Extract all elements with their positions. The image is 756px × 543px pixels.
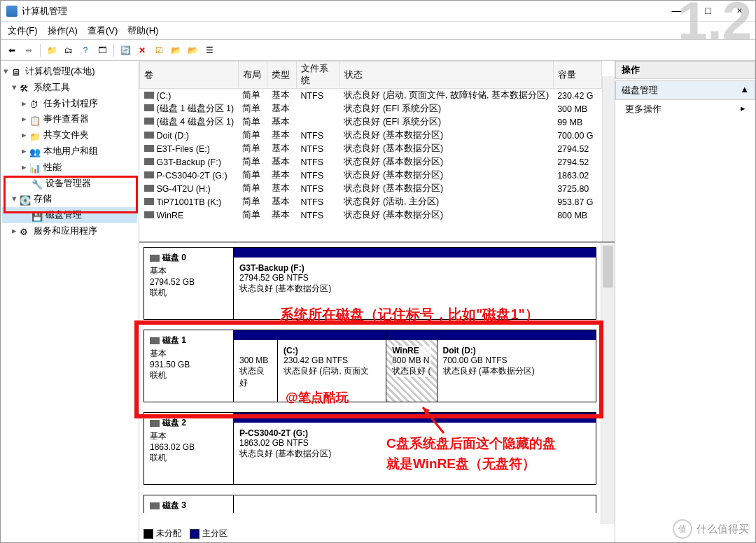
- table-row[interactable]: SG-4T2U (H:)简单基本NTFS状态良好 (基本数据分区)3725.80: [140, 182, 602, 195]
- table-row[interactable]: E3T-Files (E:)简单基本NTFS状态良好 (基本数据分区)2794.…: [140, 142, 602, 155]
- col-layout[interactable]: 布局: [238, 62, 267, 89]
- tree-system-tools[interactable]: ▾🛠系统工具: [2, 80, 137, 96]
- refresh-icon[interactable]: 🔄: [118, 43, 132, 57]
- delete-icon[interactable]: ✕: [135, 43, 149, 57]
- col-volume[interactable]: 卷: [140, 62, 239, 89]
- folder-icon[interactable]: 📂: [169, 43, 183, 57]
- tree-storage[interactable]: ▾💽存储: [2, 191, 137, 207]
- disk-block[interactable]: 磁盘 3: [144, 495, 596, 513]
- app-icon: [6, 6, 18, 17]
- col-filesystem[interactable]: 文件系统: [296, 62, 340, 89]
- tree-disk-management[interactable]: 💾磁盘管理: [2, 207, 137, 223]
- list-scrollbar[interactable]: [602, 76, 615, 241]
- actions-section[interactable]: 磁盘管理▲: [615, 80, 755, 100]
- menu-help[interactable]: 帮助(H): [127, 24, 158, 37]
- tree-root[interactable]: ▾🖥计算机管理(本地): [2, 64, 137, 80]
- folder2-icon[interactable]: 📂: [186, 43, 200, 57]
- annotation-system-disk: 系统所在磁盘（记住标号，比如"磁盘1"）: [280, 305, 539, 324]
- annotation-author: @笔点酷玩: [286, 389, 349, 406]
- col-status[interactable]: 状态: [340, 62, 553, 89]
- col-capacity[interactable]: 容量: [553, 62, 601, 89]
- tree-event-viewer[interactable]: ▸📋事件查看器: [2, 111, 137, 127]
- annotation-winre: C盘系统盘后面这个隐藏的盘就是WinRE盘（无盘符）: [386, 434, 556, 474]
- navigation-tree: ▾🖥计算机管理(本地) ▾🛠系统工具 ▸⏱任务计划程序 ▸📋事件查看器 ▸📁共享…: [1, 61, 139, 542]
- disk-block[interactable]: 磁盘 1基本931.50 GB联机300 MB状态良好(C:)230.42 GB…: [144, 330, 596, 402]
- diskmap-scrollbar[interactable]: [601, 243, 615, 524]
- folder-up-icon[interactable]: 📁: [45, 43, 59, 57]
- toolbar: ⬅ ➡ 📁 🗂 ? 🗔 🔄 ✕ ☑ 📂 📂 ☰: [1, 40, 755, 61]
- actions-panel: 操作 磁盘管理▲ 更多操作▸: [615, 61, 755, 542]
- table-row[interactable]: WinRE简单基本NTFS状态良好 (基本数据分区)800 MB: [140, 209, 602, 222]
- view-icon[interactable]: 🗂: [62, 43, 76, 57]
- site-watermark: 值什么值得买: [673, 519, 749, 539]
- tree-device-manager[interactable]: 🔧设备管理器: [2, 176, 137, 192]
- table-row[interactable]: (磁盘 4 磁盘分区 1)简单基本状态良好 (EFI 系统分区)99 MB: [140, 115, 602, 129]
- list-icon[interactable]: ☰: [202, 43, 216, 57]
- more-actions[interactable]: 更多操作▸: [615, 100, 755, 118]
- table-row[interactable]: TiP71001TB (K:)简单基本NTFS状态良好 (活动, 主分区)953…: [140, 195, 602, 209]
- help-icon[interactable]: ?: [78, 43, 92, 57]
- menu-view[interactable]: 查看(V): [88, 24, 118, 37]
- forward-icon[interactable]: ➡: [22, 43, 36, 57]
- table-row[interactable]: G3T-Backup (F:)简单基本NTFS状态良好 (基本数据分区)2794…: [140, 155, 602, 169]
- table-row[interactable]: P-CS3040-2T (G:)简单基本NTFS状态良好 (基本数据分区)186…: [140, 169, 602, 182]
- arrow-icon: [416, 402, 451, 437]
- back-icon[interactable]: ⬅: [5, 43, 19, 57]
- col-type[interactable]: 类型: [267, 62, 297, 89]
- actions-header: 操作: [615, 61, 755, 79]
- version-watermark: 1.2: [678, 0, 752, 51]
- legend: 未分配 主分区: [144, 528, 227, 540]
- volume-list: 卷 布局 类型 文件系统 状态 容量 (C:)简单基本NTFS状态良好 (启动,…: [139, 61, 615, 243]
- disk-map: 磁盘 0基本2794.52 GB联机G3T-Backup (F:)2794.52…: [139, 243, 615, 542]
- tree-performance[interactable]: ▸📊性能: [2, 160, 137, 176]
- check-icon[interactable]: ☑: [152, 43, 166, 57]
- menu-action[interactable]: 操作(A): [48, 24, 78, 37]
- tree-shared-folders[interactable]: ▸📁共享文件夹: [2, 127, 137, 143]
- tree-services-apps[interactable]: ▸⚙服务和应用程序: [2, 223, 137, 239]
- menu-bar: 文件(F) 操作(A) 查看(V) 帮助(H): [1, 22, 755, 40]
- menu-file[interactable]: 文件(F): [8, 24, 38, 37]
- props-icon[interactable]: 🗔: [95, 43, 109, 57]
- table-row[interactable]: (C:)简单基本NTFS状态良好 (启动, 页面文件, 故障转储, 基本数据分区…: [140, 89, 602, 103]
- table-row[interactable]: Doit (D:)简单基本NTFS状态良好 (基本数据分区)700.00 G: [140, 129, 602, 142]
- table-row[interactable]: (磁盘 1 磁盘分区 1)简单基本状态良好 (EFI 系统分区)300 MB: [140, 102, 602, 115]
- window-title: 计算机管理: [22, 5, 750, 17]
- tree-task-scheduler[interactable]: ▸⏱任务计划程序: [2, 96, 137, 112]
- tree-local-users[interactable]: ▸👥本地用户和组: [2, 143, 137, 160]
